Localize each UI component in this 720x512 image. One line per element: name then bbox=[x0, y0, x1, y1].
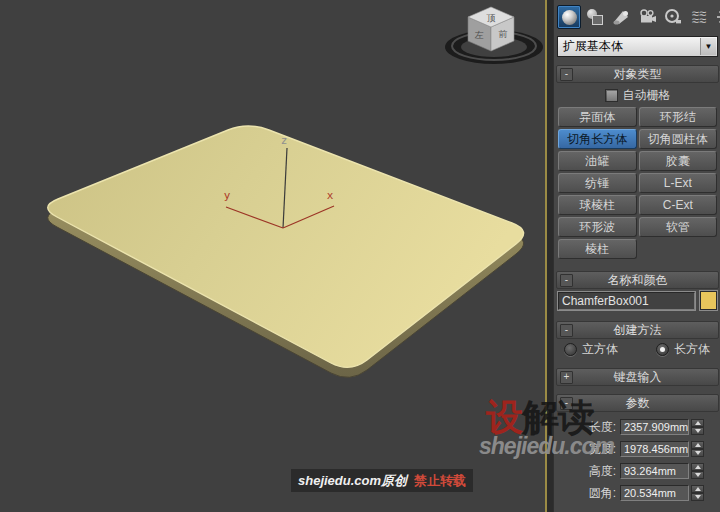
button-ringwave[interactable]: 环形波 bbox=[558, 217, 637, 237]
spinner-down[interactable] bbox=[691, 471, 704, 479]
spinner-up[interactable] bbox=[691, 485, 704, 493]
radio-cube-label: 立方体 bbox=[582, 341, 618, 358]
spinner-down[interactable] bbox=[691, 449, 704, 457]
helpers-icon[interactable] bbox=[661, 5, 685, 29]
shapes-icon[interactable] bbox=[583, 5, 607, 29]
lights-icon[interactable] bbox=[609, 5, 633, 29]
autogrid-label: 自动栅格 bbox=[623, 87, 671, 104]
collapse-toggle[interactable]: - bbox=[560, 324, 573, 337]
perspective-viewport[interactable]: z x y 顶 左 前 shejiedu.com原创 禁止转载 bbox=[0, 0, 547, 512]
rollout-parameters: - 参数 长度: 2357.909mm 宽度: 1978.456mm bbox=[556, 394, 719, 510]
radio-cube-circle[interactable] bbox=[564, 343, 577, 356]
param-width-input[interactable]: 1978.456mm bbox=[620, 441, 689, 457]
button-chamfer-cyl[interactable]: 切角圆柱体 bbox=[639, 129, 718, 149]
spinner-up[interactable] bbox=[691, 419, 704, 427]
dropdown-value: 扩展基本体 bbox=[563, 38, 623, 55]
chamfer-box-top bbox=[48, 126, 524, 367]
param-height-row: 高度: 93.264mm bbox=[558, 463, 715, 479]
rollout-header-creation-method[interactable]: - 创建方法 bbox=[556, 321, 719, 339]
watermark-credit-text: shejiedu.com原创 bbox=[298, 472, 407, 490]
button-capsule[interactable]: 胶囊 bbox=[639, 151, 718, 171]
param-length-label: 长度: bbox=[558, 419, 620, 436]
viewport-canvas: z x y 顶 左 前 bbox=[0, 0, 547, 512]
sphere-glyph bbox=[562, 10, 577, 25]
param-height-label: 高度: bbox=[558, 463, 620, 480]
button-spindle[interactable]: 纺锤 bbox=[558, 173, 637, 193]
rollout-header-name-color[interactable]: - 名称和颜色 bbox=[556, 271, 719, 289]
param-height-input[interactable]: 93.264mm bbox=[620, 463, 689, 479]
param-fillet-row: 圆角: 20.534mm bbox=[558, 485, 715, 501]
rollout-name-color: - 名称和颜色 ChamferBox001 bbox=[556, 271, 719, 313]
space-warps-icon[interactable]: ≈≈≈≈ bbox=[687, 5, 711, 29]
rollout-header-object-type[interactable]: - 对象类型 bbox=[556, 65, 719, 83]
spinner-down[interactable] bbox=[691, 493, 704, 501]
object-type-buttons: 异面体 环形结 切角长方体 切角圆柱体 油罐 胶囊 纺锤 L-Ext 球棱柱 C… bbox=[558, 106, 717, 260]
expand-toggle[interactable]: + bbox=[560, 371, 573, 384]
rollout-header-keyboard-entry[interactable]: + 键盘输入 bbox=[556, 368, 719, 386]
param-width-spinner[interactable] bbox=[691, 441, 704, 457]
param-length-input[interactable]: 2357.909mm bbox=[620, 419, 689, 435]
autogrid-checkbox[interactable] bbox=[605, 89, 618, 102]
y-axis-label: y bbox=[224, 189, 231, 202]
button-prism[interactable]: 棱柱 bbox=[558, 239, 637, 259]
button-chamfer-box[interactable]: 切角长方体 bbox=[558, 129, 637, 149]
collapse-toggle[interactable]: - bbox=[560, 68, 573, 81]
radio-box[interactable]: 长方体 bbox=[656, 341, 710, 358]
object-color-swatch[interactable] bbox=[700, 291, 717, 310]
command-panel: ≈≈≈≈ 扩展基本体 ▼ - 对象类型 自动栅格 bbox=[553, 0, 720, 512]
spinner-up[interactable] bbox=[691, 463, 704, 471]
radio-cube[interactable]: 立方体 bbox=[564, 341, 618, 358]
rollout-object-type: - 对象类型 自动栅格 异面体 环形结 切角长方体 切角圆柱体 油罐 胶囊 纺锤… bbox=[556, 65, 719, 263]
viewcube-left-label: 左 bbox=[475, 30, 484, 40]
active-viewport-border bbox=[545, 0, 547, 512]
radio-box-label: 长方体 bbox=[674, 341, 710, 358]
x-axis-label: x bbox=[327, 189, 334, 202]
param-fillet-label: 圆角: bbox=[558, 485, 620, 502]
param-fillet-input[interactable]: 20.534mm bbox=[620, 485, 689, 501]
button-oil-tank[interactable]: 油罐 bbox=[558, 151, 637, 171]
rollout-title: 键盘输入 bbox=[614, 370, 662, 384]
button-l-ext[interactable]: L-Ext bbox=[639, 173, 718, 193]
rollout-title: 参数 bbox=[626, 396, 650, 410]
create-category-row: ≈≈≈≈ bbox=[554, 0, 720, 31]
cameras-icon[interactable] bbox=[635, 5, 659, 29]
z-axis-label: z bbox=[281, 134, 288, 147]
button-gengon[interactable]: 球棱柱 bbox=[558, 195, 637, 215]
button-c-ext[interactable]: C-Ext bbox=[639, 195, 718, 215]
geometry-icon[interactable] bbox=[557, 5, 581, 29]
viewcube-front-label: 前 bbox=[499, 29, 508, 39]
rollout-title: 对象类型 bbox=[614, 67, 662, 81]
collapse-toggle[interactable]: - bbox=[560, 397, 573, 410]
param-height-spinner[interactable] bbox=[691, 463, 704, 479]
watermark-warning-text: 禁止转载 bbox=[414, 472, 466, 490]
viewcube-top-label: 顶 bbox=[487, 13, 496, 23]
radio-box-circle[interactable] bbox=[656, 343, 669, 356]
dropdown-arrow-icon[interactable]: ▼ bbox=[700, 38, 716, 55]
button-torus-knot[interactable]: 环形结 bbox=[639, 107, 718, 127]
viewcube[interactable]: 顶 左 前 bbox=[445, 7, 543, 64]
collapse-toggle[interactable]: - bbox=[560, 274, 573, 287]
watermark-bar: shejiedu.com原创 禁止转载 bbox=[291, 469, 473, 492]
rollout-title: 名称和颜色 bbox=[608, 273, 668, 287]
subcategory-dropdown[interactable]: 扩展基本体 ▼ bbox=[557, 36, 718, 57]
button-hedra[interactable]: 异面体 bbox=[558, 107, 637, 127]
button-hose[interactable]: 软管 bbox=[639, 217, 718, 237]
3dsmax-screenshot: { "panel": { "category_icons": ["geometr… bbox=[0, 0, 720, 512]
autogrid-row: 自动栅格 bbox=[558, 88, 717, 103]
spinner-down[interactable] bbox=[691, 427, 704, 435]
spinner-up[interactable] bbox=[691, 441, 704, 449]
rollout-creation-method: - 创建方法 立方体 长方体 bbox=[556, 321, 719, 360]
object-name-input[interactable]: ChamferBox001 bbox=[558, 292, 695, 310]
param-width-label: 宽度: bbox=[558, 441, 620, 458]
param-width-row: 宽度: 1978.456mm bbox=[558, 441, 715, 457]
param-length-row: 长度: 2357.909mm bbox=[558, 419, 715, 435]
param-fillet-spinner[interactable] bbox=[691, 485, 704, 501]
systems-icon[interactable] bbox=[713, 5, 720, 29]
rollout-keyboard-entry: + 键盘输入 bbox=[556, 368, 719, 386]
param-length-spinner[interactable] bbox=[691, 419, 704, 435]
rollout-header-parameters[interactable]: - 参数 bbox=[556, 394, 719, 412]
rollout-title: 创建方法 bbox=[614, 323, 662, 337]
